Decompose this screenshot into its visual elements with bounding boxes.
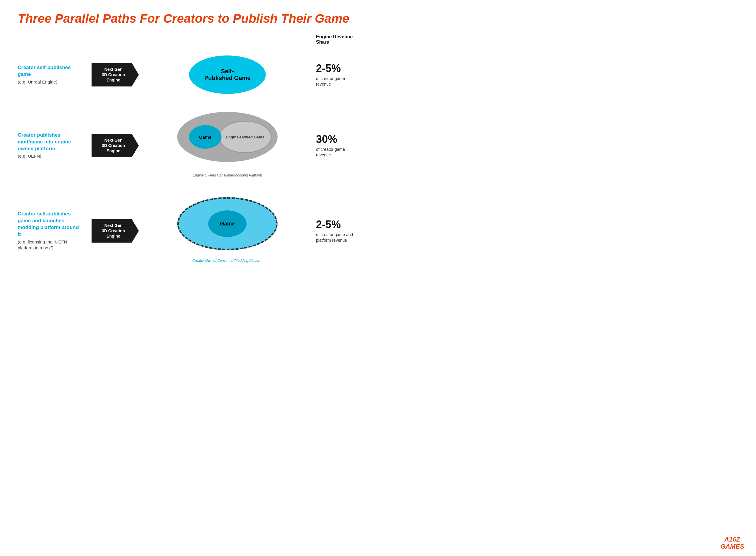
path1-diagram: Self-Published Game [147,56,307,94]
path3-arrow: Next Gen3D Creation Engine [92,219,139,243]
revenue-header: Engine Revenue Share [307,34,360,45]
path3-pct: 2-5% [316,218,360,231]
path2-game-label: Game [199,135,211,140]
path2-diagram: Engine-Owned Game Game Engine Owned Cons… [147,112,307,179]
path1-desc: of creator game revenue [316,76,360,88]
path3-desc: of creator game and platform revenue [316,232,360,243]
path3-engine-label: Next Gen3D Creation Engine [97,223,130,239]
path-row-1: Creator self-publishes game (e.g. Unreal… [18,47,360,103]
path1-engine-label: Next Gen3D Creation Engine [97,67,130,83]
path2-label: Creator publishes mod/game into engine o… [18,132,83,160]
path2-game-oval: Game [189,125,222,149]
path-row-3: Creator self-publishes game and launches… [18,188,360,273]
path1-label: Creator self-publishes game (e.g. Unreal… [18,64,83,85]
path3-game-label: Game [220,221,235,227]
path3-subtitle: (e.g. licensing the “UEFN platform in a … [18,239,83,251]
path2-caption: Engine Owned Consumer/Modding Platform [177,173,277,177]
path1-revenue: 2-5% of creator game revenue [307,62,360,88]
path1-title: Creator self-publishes game [18,64,83,78]
path2-desc: of creator game revenue [316,147,360,158]
path3-label: Creator self-publishes game and launches… [18,211,83,251]
path3-outer-oval: Game [177,197,277,250]
path2-revenue: 30% of creator game revenue [307,133,360,158]
path3-title: Creator self-publishes game and launches… [18,211,83,238]
path1-arrow: Next Gen3D Creation Engine [92,63,139,86]
path-row-2: Creator publishes mod/game into engine o… [18,103,360,188]
path2-pct: 30% [316,133,360,145]
page-title: Three Parallel Paths For Creators to Pub… [18,12,360,25]
path2-inner-oval: Engine-Owned Game [219,121,272,153]
path3-diagram: Game Creator Owned Consumer/Modding Plat… [147,197,307,265]
path2-subtitle: (e.g. UEFN) [18,153,83,159]
path1-subtitle: (e.g. Unreal Engine) [18,79,83,85]
path2-engine-label: Next Gen3D Creation Engine [97,138,130,154]
path2-arrow: Next Gen3D Creation Engine [92,134,139,157]
path3-caption: Creator Owned Consumer/Modding Platform [177,258,277,263]
path1-oval-label: Self-Published Game [204,68,251,81]
paths-container: Creator self-publishes game (e.g. Unreal… [18,47,360,273]
path2-title: Creator publishes mod/game into engine o… [18,132,83,152]
path1-pct: 2-5% [316,62,360,75]
path3-game-oval: Game [208,210,246,237]
path1-oval: Self-Published Game [189,56,266,94]
path3-revenue: 2-5% of creator game and platform revenu… [307,218,360,243]
path2-inner-label: Engine-Owned Game [226,135,265,139]
